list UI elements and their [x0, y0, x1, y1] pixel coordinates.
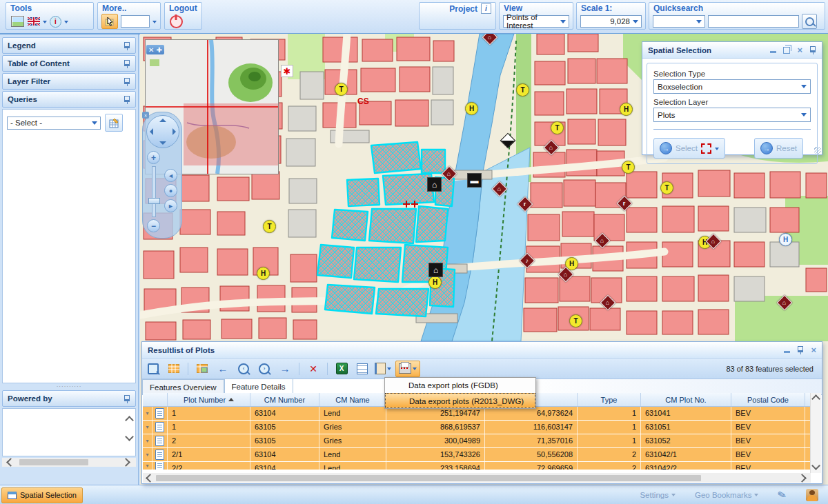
row-expander[interactable]: ▾ — [143, 407, 152, 420]
sidebar-splitter[interactable]: ·········· — [1, 383, 137, 389]
feature-doc-icon[interactable] — [155, 462, 164, 470]
table-cell[interactable]: 1 — [168, 407, 250, 420]
table-hscrollbar[interactable] — [143, 473, 811, 483]
pan-left-icon[interactable] — [150, 128, 153, 135]
print-map-button[interactable] — [10, 14, 25, 28]
table-cell[interactable]: 2 — [168, 434, 250, 447]
close-icon[interactable]: × — [811, 347, 816, 354]
excel-export-button[interactable]: X — [333, 361, 350, 376]
poi-marker-t[interactable]: T — [551, 121, 564, 134]
table-cell[interactable]: 868,619537 — [386, 421, 485, 434]
table-row[interactable]: ▾2/163104Lend153,74332650,5562082631042/… — [143, 448, 811, 462]
minimize-icon[interactable] — [770, 51, 776, 53]
poi-marker-h[interactable]: H — [257, 267, 270, 280]
prev-extent-button[interactable]: ◄ — [164, 169, 177, 182]
scroll-down-icon[interactable] — [125, 432, 134, 441]
poi-square-marker[interactable]: ⌂ — [427, 177, 442, 192]
resultlist-titlebar[interactable]: Resultlist of Plots × — [142, 342, 822, 359]
restore-icon[interactable] — [783, 47, 790, 54]
pin-icon[interactable] — [124, 41, 130, 50]
poi-marker-t[interactable]: T — [622, 161, 635, 174]
theater-marker[interactable] — [500, 133, 516, 149]
info-balloon-icon[interactable]: i — [50, 16, 61, 28]
table-cell[interactable]: 631042/1 — [641, 448, 731, 461]
notebook-button[interactable] — [375, 361, 391, 376]
query-select[interactable]: - Select - — [7, 117, 101, 130]
table-cell[interactable]: BEV — [731, 434, 805, 447]
sidebar-panel-header-table-of-content[interactable]: Table of Content — [2, 55, 136, 72]
data-export-button[interactable] — [395, 361, 420, 377]
view-select[interactable]: Points of Interest — [503, 15, 569, 28]
pan-down-icon[interactable] — [159, 141, 166, 145]
table-cell[interactable]: BEV — [731, 448, 805, 461]
zoom-slider-handle[interactable] — [148, 198, 160, 204]
row-icon-cell[interactable] — [152, 434, 168, 447]
scroll-thumb[interactable] — [19, 459, 88, 465]
table-cell[interactable]: 300,04989 — [386, 434, 485, 447]
settings-menu[interactable]: Settings — [640, 491, 676, 499]
geo-bookmarks-menu[interactable]: Geo Bookmarks — [695, 491, 758, 499]
sidebar-panel-header-legend[interactable]: Legend — [2, 37, 136, 54]
table-cell[interactable]: 2 — [578, 448, 641, 461]
selection-layer-select[interactable]: Plots — [653, 108, 811, 122]
pan-control[interactable] — [146, 115, 179, 148]
table-cell[interactable]: BEV — [731, 462, 805, 470]
table-cell[interactable]: Lend — [319, 448, 386, 461]
user-avatar[interactable] — [806, 489, 818, 501]
poi-diamond-marker[interactable]: ⌂ — [442, 166, 457, 182]
table-cell[interactable]: Lend — [319, 462, 386, 470]
close-icon[interactable]: × — [797, 47, 802, 54]
next-extent-button[interactable]: ► — [164, 199, 177, 212]
table-cell[interactable]: 1 — [168, 421, 250, 434]
poi-marker-h[interactable]: H — [465, 102, 478, 115]
poi-diamond-marker[interactable]: ⌂ — [777, 295, 793, 311]
table-cell[interactable]: 71,357016 — [485, 434, 578, 447]
table-cell[interactable]: 2 — [578, 462, 641, 470]
poi-diamond-marker[interactable]: ⌂ — [482, 34, 498, 45]
poi-diamond-marker[interactable]: ⌂ — [492, 181, 508, 197]
poi-diamond-marker[interactable]: r — [518, 196, 533, 212]
minimize-icon[interactable] — [784, 351, 790, 353]
table-cell[interactable]: Gries — [319, 421, 386, 434]
overview-move-icon[interactable]: ✚ — [156, 46, 161, 54]
reset-button[interactable]: → Reset — [754, 138, 803, 159]
pin-icon[interactable] — [124, 77, 130, 86]
header-cell-CM Plot No.[interactable]: CM Plot No. — [641, 393, 731, 406]
row-expander[interactable]: ▾ — [143, 421, 152, 434]
spatial-selection-titlebar[interactable]: Spatial Selection × — [642, 42, 822, 59]
table-cell[interactable]: 1 — [578, 407, 641, 420]
table-cell[interactable]: 63104 — [250, 462, 319, 470]
pen-icon[interactable]: ✎ — [776, 488, 788, 503]
info-dropdown-caret[interactable] — [64, 21, 68, 26]
selection-type-select[interactable]: Boxselection — [653, 79, 811, 94]
nav-collapse-icon[interactable]: × — [142, 112, 149, 119]
full-extent-button[interactable]: ● — [164, 184, 177, 197]
table-cell[interactable]: Gries — [319, 434, 386, 447]
table-cell[interactable]: 63105 — [250, 421, 319, 434]
poi-diamond-marker[interactable]: ♪ — [520, 253, 535, 269]
poi-marker-h[interactable]: H — [428, 276, 442, 289]
poi-diamond-marker[interactable]: ⌂ — [544, 140, 560, 156]
table-cell[interactable]: 63104 — [250, 448, 319, 461]
more-combo[interactable] — [121, 15, 150, 28]
taskbar-spatial-selection-button[interactable]: Spatial Selection — [1, 487, 83, 503]
pharmacy-marker[interactable]: ✱ — [281, 65, 293, 77]
scroll-left-icon[interactable] — [6, 458, 15, 467]
sidebar-panel-header-queries[interactable]: Queries — [2, 91, 136, 108]
quicksearch-input[interactable] — [708, 15, 799, 28]
zoom-previous-button[interactable]: ‹ — [235, 361, 252, 376]
zoom-in-button[interactable]: + — [147, 151, 160, 164]
overview-close-icon[interactable]: ✕ — [148, 46, 154, 54]
feature-doc-icon[interactable] — [155, 436, 164, 446]
row-icon-cell[interactable] — [152, 462, 168, 470]
tab-features-overview[interactable]: Features Overview — [142, 379, 224, 394]
clear-selection-button[interactable]: ✕ — [305, 361, 322, 376]
pin-icon[interactable] — [809, 46, 816, 54]
row-icon-cell[interactable] — [152, 421, 168, 434]
pin-icon[interactable] — [124, 59, 130, 68]
pan-up-icon[interactable] — [159, 119, 166, 122]
poi-square-marker[interactable]: ⌂ — [428, 263, 443, 277]
report-button[interactable] — [354, 361, 371, 376]
zoom-out-button[interactable]: − — [147, 219, 160, 232]
scroll-down-icon[interactable] — [811, 461, 820, 470]
